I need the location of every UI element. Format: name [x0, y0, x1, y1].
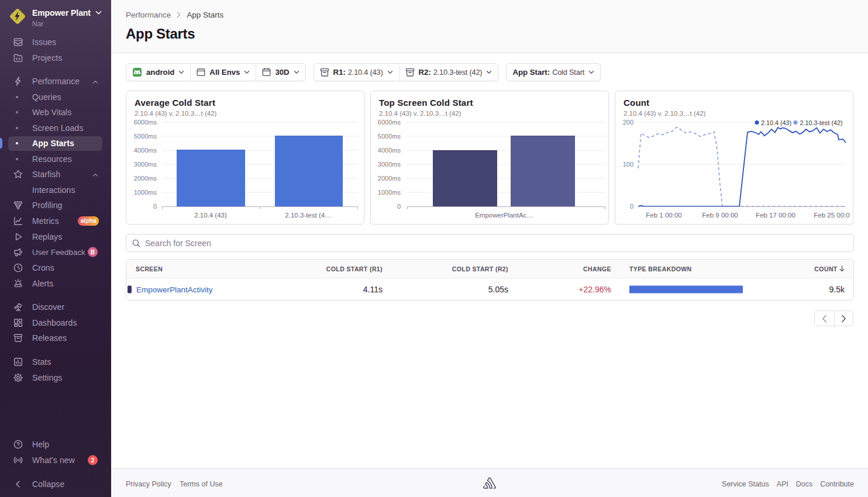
- svg-text:2.10.3-test (4…: 2.10.3-test (4…: [285, 212, 331, 219]
- svg-text:0: 0: [153, 203, 157, 210]
- svg-text:EmpowerPlantAc…: EmpowerPlantAc…: [475, 212, 533, 219]
- svg-text:3000ms: 3000ms: [378, 161, 401, 168]
- svg-text:5000ms: 5000ms: [378, 133, 401, 140]
- svg-text:3000ms: 3000ms: [134, 161, 157, 168]
- svg-text:2000ms: 2000ms: [134, 175, 157, 182]
- svg-text:2.10.4 (43): 2.10.4 (43): [761, 119, 791, 126]
- svg-text:200: 200: [623, 119, 633, 126]
- svg-text:6000ms: 6000ms: [134, 119, 157, 126]
- svg-text:2000ms: 2000ms: [378, 175, 401, 182]
- svg-text:4000ms: 4000ms: [378, 147, 401, 154]
- svg-text:5000ms: 5000ms: [134, 133, 157, 140]
- svg-text:0: 0: [397, 203, 401, 210]
- svg-text:1000ms: 1000ms: [134, 189, 157, 196]
- svg-text:1000ms: 1000ms: [378, 189, 401, 196]
- svg-text:4000ms: 4000ms: [134, 147, 157, 154]
- svg-text:6000ms: 6000ms: [378, 119, 401, 126]
- svg-text:2.10.3-test (42): 2.10.3-test (42): [800, 119, 843, 126]
- svg-text:Feb 1 00:00: Feb 1 00:00: [646, 212, 681, 219]
- svg-text:Feb 17 00:00: Feb 17 00:00: [756, 212, 795, 219]
- svg-text:Feb 9 00:00: Feb 9 00:00: [702, 212, 738, 219]
- svg-text:Feb 25 00:0: Feb 25 00:0: [814, 212, 849, 219]
- svg-text:100: 100: [623, 161, 633, 168]
- svg-text:0: 0: [630, 203, 633, 210]
- svg-text:2.10.4 (43): 2.10.4 (43): [194, 212, 227, 219]
